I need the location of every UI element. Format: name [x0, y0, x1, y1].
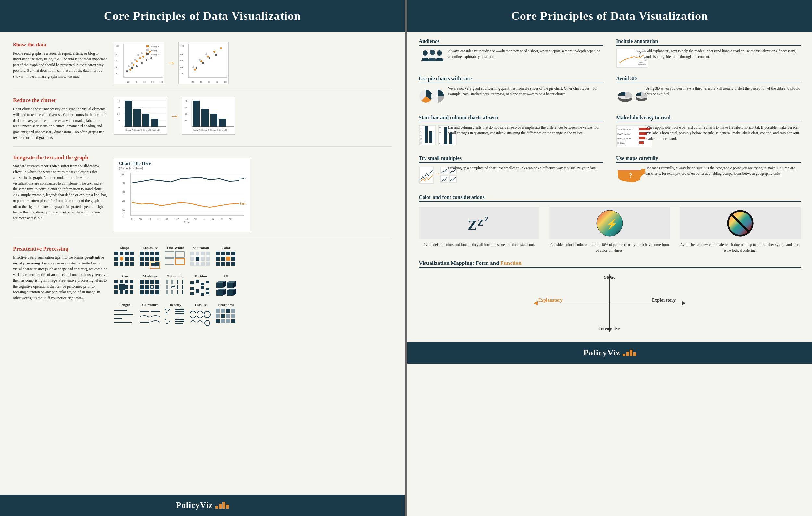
integrate-text-col: Integrate the text and the graph Standar…: [13, 154, 107, 232]
integrate-title: Integrate the text and the graph: [13, 154, 107, 161]
svg-text:Explanatory: Explanatory: [538, 298, 562, 303]
svg-rect-274: [181, 321, 182, 322]
svg-rect-133: [145, 252, 149, 255]
svg-rect-257: [183, 311, 184, 312]
scatter-svg-after: 100 80 60 40 20 20 40 60 80 100: [179, 42, 229, 84]
svg-point-53: [192, 66, 194, 68]
3d-svg: [215, 280, 237, 298]
svg-rect-152: [206, 252, 210, 255]
footer-bar-1: [215, 506, 218, 509]
svg-text:60: 60: [122, 191, 125, 194]
svg-point-54: [199, 59, 201, 61]
svg-text:♥: ♥: [436, 93, 438, 98]
color-font-item-3: Avoid the rainbow color palette—it doesn…: [680, 207, 801, 254]
svg-text:60: 60: [420, 142, 422, 144]
svg-point-55: [205, 53, 207, 55]
length-svg: [114, 308, 136, 327]
svg-marker-356: [533, 301, 538, 306]
svg-text:100: 100: [120, 173, 124, 175]
svg-text:'09: '09: [185, 218, 188, 220]
show-data-text-col: Show the data People read graphs in a re…: [13, 41, 107, 84]
svg-point-52: [220, 48, 222, 49]
svg-rect-250: [179, 309, 181, 310]
bar-chart-before: 40 30 20 10 Group A: [114, 97, 167, 135]
svg-point-56: [196, 67, 198, 69]
rp-labels-body: Washington, DC San Francisco New York Ci…: [616, 125, 801, 149]
rp-viz-mapping-title: Visualization Mapping: Form and Function: [419, 260, 801, 268]
rp-maps-body: ? Use maps carefully, always being sure …: [616, 165, 801, 188]
svg-text:65: 65: [420, 138, 422, 140]
rp-small-multiples: Try small multiples →: [419, 155, 603, 188]
svg-rect-167: [226, 257, 230, 261]
svg-rect-225: [216, 283, 223, 288]
svg-text:Group D: Group D: [219, 129, 227, 131]
svg-text:60: 60: [208, 81, 210, 83]
svg-text:'07: '07: [176, 218, 179, 220]
rp-annotation-text: Add explanatory text to help the reader …: [645, 49, 801, 60]
rp-avoid-3d: Avoid 3D: [616, 76, 801, 108]
svg-rect-129: [119, 262, 123, 266]
section-preattentive: Preattentive Processing Effective data v…: [13, 246, 392, 334]
svg-point-26: [136, 65, 138, 67]
footer-bar-2: [219, 504, 222, 509]
svg-rect-286: [216, 314, 220, 318]
svg-rect-69: [125, 101, 132, 127]
svg-rect-86: [219, 119, 226, 127]
preattentive-row-2: Size: [114, 274, 392, 299]
svg-rect-30: [146, 45, 149, 48]
svg-rect-271: [175, 321, 177, 322]
preattentive-row-1: Shape: [114, 246, 392, 271]
zzz-visual: Z Z Z: [419, 207, 540, 239]
small-multiples-icon-area: →: [419, 165, 445, 188]
rp-zero-body: 80 75 70 65 60 80 40 0: [419, 125, 603, 149]
color-font-text-3: Avoid the rainbow color palette—it doesn…: [680, 242, 801, 254]
preattentive-orientation: Orientation: [164, 274, 186, 299]
svg-text:20: 20: [127, 81, 129, 83]
svg-rect-261: [181, 313, 182, 314]
saturation-svg: [190, 251, 212, 270]
svg-text:60: 60: [143, 81, 146, 83]
svg-rect-284: [226, 309, 230, 313]
svg-text:20: 20: [122, 209, 125, 212]
svg-rect-265: [166, 323, 168, 324]
shape-svg: [114, 251, 136, 270]
scatter-chart-pair: 100 80 60 40 20 20 40 60 80 100: [114, 41, 392, 84]
svg-text:80: 80: [216, 81, 219, 83]
scatter-svg-before: 100 80 60 40 20 20 40 60 80 100: [114, 42, 164, 84]
viz-mapping-function: Function: [500, 260, 522, 266]
svg-point-12: [129, 68, 131, 70]
footer-bar-4: [226, 505, 229, 509]
viz-mapping-form: Visualization Mapping: Form and: [419, 260, 500, 266]
preattentive-position: Position: [190, 274, 212, 299]
svg-point-48: [194, 68, 196, 70]
svg-rect-278: [179, 323, 181, 324]
svg-rect-71: [142, 114, 149, 127]
rp-labels-text: When applicable, rotate bar and column c…: [645, 125, 801, 142]
svg-text:20: 20: [185, 113, 188, 115]
svg-rect-132: [140, 252, 144, 255]
svg-rect-175: [125, 280, 128, 283]
svg-text:Series 1: Series 1: [240, 176, 245, 180]
left-panel-header: Core Principles of Data Visualization: [0, 0, 405, 32]
rp-annotation-title: Include annotation: [616, 38, 801, 46]
svg-text:60: 60: [180, 59, 183, 62]
integrate-body: Standard research reports often suffer f…: [13, 164, 107, 221]
bar-before-svg: 40 30 20 10 Group A: [116, 99, 166, 133]
svg-text:Z: Z: [477, 218, 484, 227]
svg-rect-216: [206, 281, 209, 283]
preattentive-length: Length: [114, 303, 136, 328]
svg-point-13: [133, 64, 135, 66]
preattentive-density: Density: [164, 303, 186, 328]
reduce-clutter-charts: 40 30 20 10 Group A: [114, 97, 392, 141]
svg-rect-270: [183, 319, 184, 320]
avoid-3d-icon-area: [616, 86, 642, 108]
preattentive-enclosure: Enclosure: [139, 246, 161, 271]
right-footer-logo: PolicyViz: [583, 348, 636, 358]
slideshow-effect-label: slideshow effect: [13, 164, 99, 174]
svg-text:40: 40: [117, 100, 120, 102]
enclosure-label: Enclosure: [139, 246, 161, 250]
svg-rect-217: [190, 287, 194, 290]
r-footer-bar-4: [633, 352, 636, 356]
right-panel: Core Principles of Data Visualization Au…: [407, 0, 812, 516]
svg-rect-244: [165, 309, 166, 310]
